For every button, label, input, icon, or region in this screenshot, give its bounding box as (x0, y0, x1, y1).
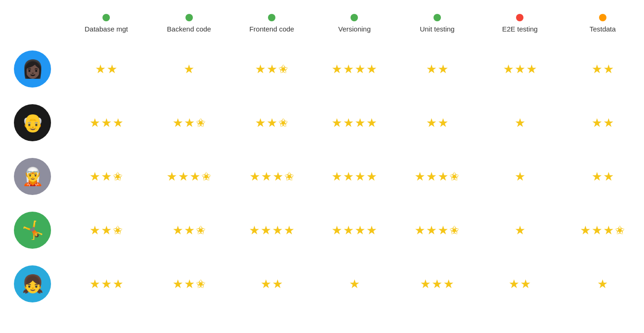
star-half: ✬ (278, 63, 288, 75)
star-full: ★ (355, 63, 365, 75)
status-dot-backend (185, 14, 193, 21)
star-full: ★ (438, 170, 448, 182)
star-half: ✬ (113, 224, 123, 236)
star-full: ★ (366, 117, 377, 129)
star-full: ★ (426, 63, 437, 75)
status-dot-unit_testing (434, 14, 441, 21)
avatar-2: 🧝 (14, 158, 51, 195)
star-full: ★ (172, 278, 183, 290)
star-full: ★ (101, 170, 112, 182)
star-full: ★ (184, 117, 195, 129)
stars-testdata-2: ★★ (561, 162, 644, 191)
stars-e2e_testing-1: ★ (478, 108, 561, 137)
star-full: ★ (190, 170, 200, 182)
stars-db-2: ★★✬ (65, 162, 147, 191)
stars-unit_testing-2: ★★★✬ (396, 162, 478, 191)
stars-db-4: ★★★ (65, 270, 147, 298)
star-full: ★ (343, 170, 354, 182)
star-full: ★ (267, 63, 277, 75)
avatar-cell-3: 🤸 (0, 203, 65, 257)
star-half: ✬ (449, 170, 459, 182)
star-half: ✬ (196, 117, 206, 129)
stars-testdata-1: ★★ (561, 108, 644, 137)
stars-unit_testing-4: ★★★ (396, 270, 478, 298)
stars-versioning-2: ★★★★ (313, 162, 395, 191)
stars-frontend-1: ★★✬ (230, 108, 313, 137)
header-versioning: Versioning (313, 9, 395, 42)
star-full: ★ (332, 63, 342, 75)
star-full: ★ (267, 117, 277, 129)
star-full: ★ (366, 63, 377, 75)
star-full: ★ (284, 224, 294, 236)
status-dot-versioning (351, 14, 358, 21)
header-empty (0, 19, 65, 33)
star-full: ★ (438, 224, 448, 236)
star-full: ★ (443, 278, 454, 290)
star-full: ★ (355, 170, 365, 182)
star-full: ★ (515, 63, 525, 75)
star-full: ★ (255, 63, 266, 75)
star-full: ★ (332, 170, 342, 182)
star-full: ★ (172, 117, 183, 129)
header-label-versioning: Versioning (338, 25, 370, 33)
star-full: ★ (95, 63, 106, 75)
star-full: ★ (597, 278, 608, 290)
star-full: ★ (343, 63, 354, 75)
star-full: ★ (515, 224, 525, 236)
stars-unit_testing-0: ★★ (396, 55, 478, 83)
stars-versioning-4: ★ (313, 270, 395, 298)
star-full: ★ (101, 224, 112, 236)
star-full: ★ (332, 224, 342, 236)
star-half: ✬ (201, 170, 211, 182)
stars-frontend-0: ★★✬ (230, 55, 313, 83)
star-full: ★ (366, 224, 377, 236)
stars-versioning-1: ★★★★ (313, 108, 395, 137)
star-full: ★ (89, 117, 100, 129)
stars-e2e_testing-0: ★★★ (478, 55, 561, 83)
header-frontend: Frontend code (230, 9, 313, 42)
star-full: ★ (515, 170, 525, 182)
star-full: ★ (355, 117, 365, 129)
star-full: ★ (89, 278, 100, 290)
star-full: ★ (603, 63, 614, 75)
header-testdata: Testdata (561, 9, 644, 42)
avatar-cell-2: 🧝 (0, 150, 65, 203)
header-db: Database mgt (65, 9, 147, 42)
star-full: ★ (272, 224, 283, 236)
stars-e2e_testing-3: ★ (478, 216, 561, 245)
star-full: ★ (366, 170, 377, 182)
star-full: ★ (520, 278, 531, 290)
star-full: ★ (592, 63, 602, 75)
star-full: ★ (89, 170, 100, 182)
star-full: ★ (592, 117, 602, 129)
star-full: ★ (509, 278, 519, 290)
star-full: ★ (107, 63, 117, 75)
stars-db-0: ★★ (65, 55, 147, 83)
avatar-cell-1: 👴 (0, 96, 65, 150)
star-full: ★ (172, 224, 183, 236)
avatar-1: 👴 (14, 104, 51, 141)
stars-unit_testing-1: ★★ (396, 108, 478, 137)
header-unit_testing: Unit testing (396, 9, 478, 42)
star-full: ★ (113, 278, 123, 290)
star-full: ★ (414, 224, 425, 236)
star-half: ✬ (196, 278, 206, 290)
star-half: ✬ (278, 117, 288, 129)
grid: Database mgtBackend codeFrontend codeVer… (0, 9, 644, 311)
star-full: ★ (261, 170, 272, 182)
star-full: ★ (426, 224, 437, 236)
stars-frontend-3: ★★★★ (230, 216, 313, 245)
status-dot-testdata (599, 14, 606, 21)
star-full: ★ (432, 278, 442, 290)
avatar-0: 👩🏿 (14, 50, 51, 88)
stars-testdata-0: ★★ (561, 55, 644, 83)
star-full: ★ (101, 278, 112, 290)
star-half: ✬ (196, 224, 206, 236)
stars-backend-0: ★ (147, 55, 230, 83)
stars-db-3: ★★✬ (65, 216, 147, 245)
avatar-cell-0: 👩🏿 (0, 42, 65, 96)
star-half: ✬ (449, 224, 459, 236)
star-full: ★ (603, 224, 614, 236)
star-full: ★ (420, 278, 431, 290)
star-full: ★ (349, 278, 360, 290)
